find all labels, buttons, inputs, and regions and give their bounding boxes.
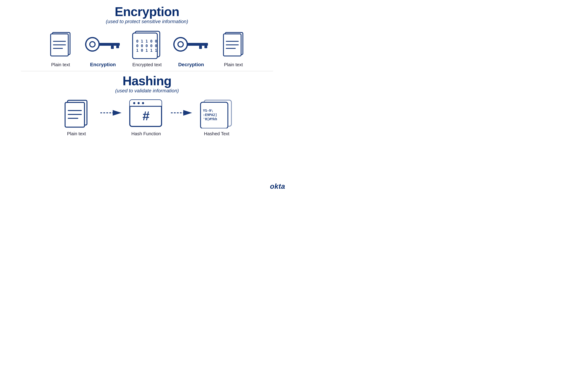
hashing-title: Hashing [123, 74, 171, 87]
hashing-section: Hashing (used to validate information) [7, 74, 287, 136]
hashed-text-item: YS-9\ :E9PA2] 'H[#Ykh Hashed Text [194, 98, 240, 136]
svg-text:0 1 1 0 0: 0 1 1 0 0 [136, 39, 157, 43]
svg-point-5 [86, 38, 99, 51]
hashing-subtitle: (used to validate information) [115, 88, 179, 94]
svg-point-37 [138, 102, 140, 104]
svg-text:#: # [142, 109, 150, 123]
decryption-key-icon [172, 33, 211, 56]
svg-text:1 0 1 1 1: 1 0 1 1 1 [136, 48, 157, 53]
svg-point-6 [90, 42, 95, 47]
hashed-text-icon-wrap: YS-9\ :E9PA2] 'H[#Ykh [199, 98, 234, 129]
svg-point-38 [142, 102, 144, 104]
hashing-plaintext-icon-wrap [64, 98, 89, 129]
decryption-key-item: Decryption [168, 29, 214, 67]
hash-function-label: Hash Function [131, 131, 161, 136]
hash-function-icon: # [129, 99, 163, 128]
page: Encryption (used to protect sensitive in… [0, 0, 294, 194]
hashing-diagram-row: Plain text [7, 98, 287, 136]
encrypted-text-item: 0 1 1 0 0 0 0 0 0 0 1 0 1 1 1 Encrypted … [126, 30, 168, 67]
decryption-plaintext-icon-wrap [222, 30, 245, 60]
svg-text:0 0 0 0 0: 0 0 0 0 0 [136, 44, 157, 48]
hash-arrow-2-wrap [169, 107, 194, 128]
hashing-plaintext-item: Plain text [55, 98, 99, 136]
section-divider [21, 71, 273, 71]
encryption-section: Encryption (used to protect sensitive in… [7, 5, 287, 67]
plaintext-doc-icon [49, 31, 72, 58]
svg-rect-9 [116, 46, 119, 48]
hash-arrow-1-icon [99, 107, 122, 118]
svg-rect-8 [111, 46, 114, 49]
decryption-plaintext-label: Plain text [224, 62, 243, 67]
svg-rect-17 [187, 43, 208, 46]
encryption-key-icon [84, 33, 122, 56]
hashed-text-icon: YS-9\ :E9PA2] 'H[#Ykh [199, 99, 234, 128]
encryption-key-icon-wrap [84, 29, 122, 59]
decryption-plaintext-item: Plain text [214, 30, 253, 67]
svg-rect-7 [99, 43, 120, 46]
plaintext-doc-icon-wrap [49, 30, 72, 60]
hashing-plaintext-label: Plain text [67, 131, 86, 136]
hashing-doc-icon [64, 98, 89, 129]
svg-marker-31 [113, 110, 121, 116]
svg-point-36 [133, 102, 135, 104]
decryption-doc-icon [222, 31, 245, 58]
svg-point-16 [178, 42, 183, 47]
svg-text:YS-9\: YS-9\ [203, 109, 213, 112]
encryption-plaintext-label: Plain text [51, 62, 70, 67]
okta-logo: okta [270, 182, 285, 190]
svg-text::E9PA2]: :E9PA2] [203, 113, 217, 117]
hash-function-icon-wrap: # [129, 98, 163, 129]
svg-point-15 [174, 38, 187, 51]
decryption-key-icon-wrap [172, 29, 211, 59]
svg-rect-19 [204, 46, 207, 48]
encryption-key-label: Encryption [90, 62, 116, 67]
encryption-title: Encryption [115, 5, 179, 18]
hashed-text-label: Hashed Text [204, 131, 229, 136]
hash-function-item: # Hash Function [123, 98, 169, 136]
svg-marker-41 [183, 110, 192, 116]
encryption-diagram-row: Plain text Encryption [7, 29, 287, 67]
encrypted-text-label: Encrypted text [132, 62, 162, 67]
decryption-key-label: Decryption [178, 62, 204, 67]
hash-arrow-2-icon [170, 107, 193, 118]
svg-text:'H[#Ykh: 'H[#Ykh [203, 117, 217, 121]
encrypted-text-icon-wrap: 0 1 1 0 0 0 0 0 0 0 1 0 1 1 1 [131, 30, 163, 60]
svg-rect-18 [199, 46, 202, 49]
encryption-plaintext-item: Plain text [41, 30, 80, 67]
hash-arrow-1-wrap [99, 107, 123, 128]
encrypted-text-icon: 0 1 1 0 0 0 0 0 0 0 1 0 1 1 1 [131, 30, 163, 59]
encryption-subtitle: (used to protect sensitive information) [106, 19, 188, 24]
encryption-key-item: Encryption [80, 29, 126, 67]
